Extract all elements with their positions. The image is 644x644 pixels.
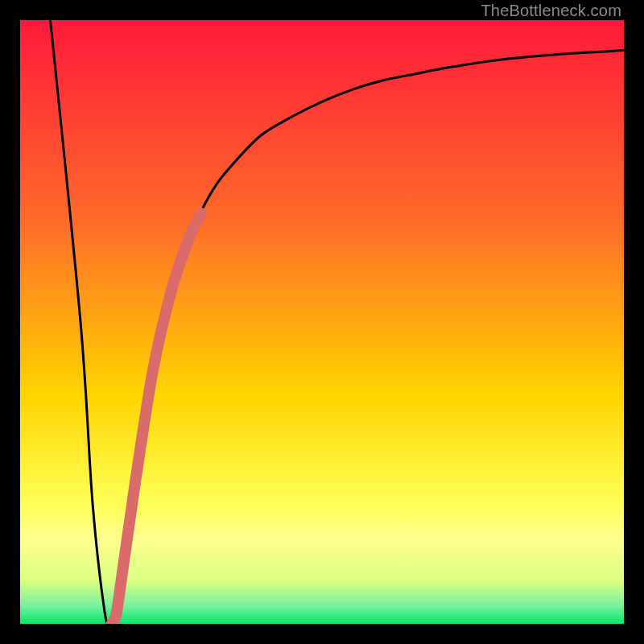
watermark-text: TheBottleneck.com [481,2,621,20]
outer-frame: TheBottleneck.com [0,0,644,644]
bottleneck-curve [51,20,625,624]
curve-layer [20,20,624,624]
highlight-segment [114,213,201,621]
plot-area [20,20,624,624]
